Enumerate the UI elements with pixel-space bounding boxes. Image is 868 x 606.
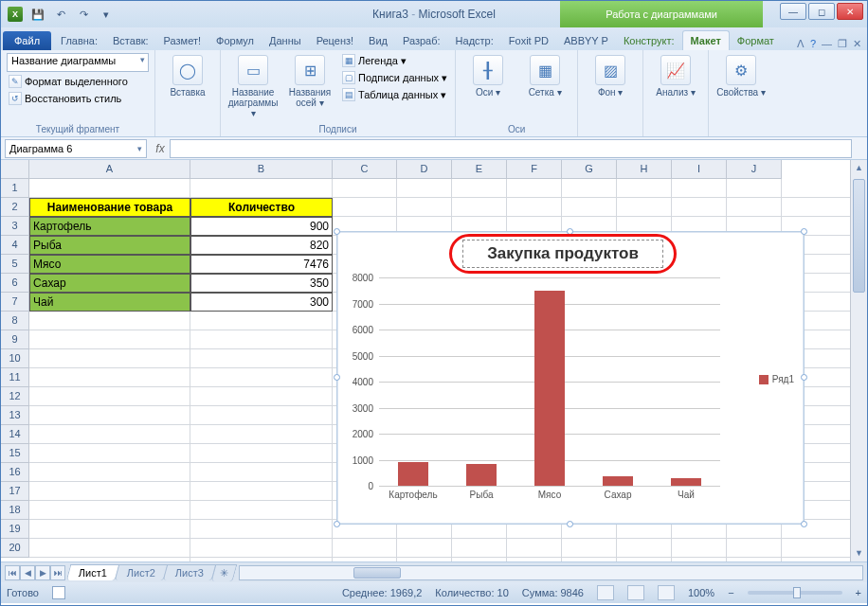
table-qty-cell[interactable]: 820 bbox=[190, 236, 333, 255]
chart-bar[interactable] bbox=[534, 291, 565, 486]
table-header-cell[interactable]: Количество bbox=[190, 198, 333, 217]
row-header[interactable]: 8 bbox=[1, 312, 29, 330]
tab-home[interactable]: Главна: bbox=[53, 31, 105, 50]
zoom-out-button[interactable]: − bbox=[728, 587, 733, 598]
zoom-level[interactable]: 100% bbox=[688, 587, 714, 598]
resize-handle[interactable] bbox=[334, 228, 340, 235]
table-name-cell[interactable]: Мясо bbox=[29, 255, 190, 274]
tab-addins[interactable]: Надстр: bbox=[448, 31, 501, 50]
vertical-scrollbar[interactable]: ▲ ▼ bbox=[850, 160, 867, 561]
sheet-tab-active[interactable]: Лист1 bbox=[66, 564, 120, 580]
minimize-button[interactable]: — bbox=[780, 3, 806, 20]
table-qty-cell[interactable]: 7476 bbox=[190, 255, 333, 274]
resize-handle[interactable] bbox=[334, 374, 340, 381]
row-header[interactable]: 19 bbox=[1, 520, 29, 539]
fx-icon[interactable]: fx bbox=[151, 142, 170, 155]
row-header[interactable]: 18 bbox=[1, 501, 29, 520]
tab-review[interactable]: Реценз! bbox=[309, 31, 361, 50]
macro-record-icon[interactable] bbox=[52, 586, 65, 599]
column-header[interactable]: G bbox=[562, 160, 617, 179]
view-page-break-icon[interactable] bbox=[658, 585, 675, 600]
chart-legend[interactable]: Ряд1 bbox=[759, 374, 794, 384]
scroll-up-icon[interactable]: ▲ bbox=[851, 160, 867, 176]
properties-button[interactable]: ⚙Свойства ▾ bbox=[714, 53, 768, 99]
resize-handle[interactable] bbox=[801, 521, 807, 527]
tab-insert[interactable]: Вставк: bbox=[105, 31, 156, 50]
table-qty-cell[interactable]: 900 bbox=[190, 217, 333, 236]
chart-bar[interactable] bbox=[603, 476, 633, 486]
resize-handle[interactable] bbox=[567, 228, 573, 235]
doc-minimize-icon[interactable]: — bbox=[822, 38, 832, 50]
row-header[interactable]: 7 bbox=[1, 293, 29, 312]
tab-nav-prev-icon[interactable]: ◀ bbox=[20, 565, 35, 580]
chart-bar[interactable] bbox=[466, 464, 497, 486]
chart-title-editbox[interactable]: Закупка продуктов bbox=[462, 240, 663, 268]
formula-input[interactable] bbox=[170, 139, 852, 158]
zoom-in-button[interactable]: + bbox=[856, 587, 861, 598]
horizontal-scrollbar[interactable] bbox=[239, 565, 863, 580]
column-header[interactable]: H bbox=[617, 160, 672, 179]
tab-chart-design[interactable]: Конструкт: bbox=[616, 31, 682, 50]
close-button[interactable]: ✕ bbox=[837, 3, 863, 20]
table-qty-cell[interactable]: 300 bbox=[190, 293, 333, 312]
row-header[interactable]: 17 bbox=[1, 482, 29, 501]
resize-handle[interactable] bbox=[334, 521, 340, 527]
embedded-chart[interactable]: Закупка продуктов 0100020003000400050006… bbox=[336, 231, 805, 525]
tab-chart-format[interactable]: Формат bbox=[730, 31, 782, 50]
excel-app-icon[interactable]: X bbox=[5, 4, 26, 25]
maximize-button[interactable]: ◻ bbox=[808, 3, 835, 20]
row-header[interactable]: 16 bbox=[1, 463, 29, 482]
chart-element-combo[interactable]: Название диаграммы bbox=[7, 53, 149, 72]
column-header[interactable]: F bbox=[507, 160, 562, 179]
tab-layout[interactable]: Размет! bbox=[156, 31, 208, 50]
row-header[interactable]: 4 bbox=[1, 236, 29, 255]
data-labels-button[interactable]: ▢Подписи данных ▾ bbox=[340, 70, 449, 85]
tab-chart-layout[interactable]: Макет bbox=[682, 30, 730, 50]
row-header[interactable]: 3 bbox=[1, 217, 29, 236]
row-header[interactable]: 14 bbox=[1, 425, 29, 444]
zoom-slider-thumb[interactable] bbox=[793, 587, 801, 598]
redo-icon[interactable]: ↷ bbox=[73, 4, 94, 25]
chart-bar[interactable] bbox=[398, 462, 428, 486]
axis-titles-button[interactable]: ⊞ Названия осей ▾ bbox=[283, 53, 336, 110]
save-icon[interactable]: 💾 bbox=[27, 4, 48, 25]
zoom-slider[interactable] bbox=[748, 591, 842, 595]
tab-abbyy[interactable]: ABBYY P bbox=[556, 31, 616, 50]
tab-data[interactable]: Данны bbox=[262, 31, 309, 50]
row-header[interactable]: 11 bbox=[1, 368, 29, 387]
sheet-tab[interactable]: Лист3 bbox=[163, 564, 217, 580]
resize-handle[interactable] bbox=[567, 521, 573, 527]
column-header[interactable]: I bbox=[672, 160, 727, 179]
doc-restore-icon[interactable]: ❐ bbox=[838, 38, 847, 50]
table-name-cell[interactable]: Рыба bbox=[29, 236, 190, 255]
tab-nav-next-icon[interactable]: ▶ bbox=[35, 565, 50, 580]
new-sheet-button[interactable]: ✳ bbox=[211, 564, 238, 581]
tab-developer[interactable]: Разраб: bbox=[395, 31, 448, 50]
column-header[interactable]: B bbox=[190, 160, 333, 179]
file-tab[interactable]: Файл bbox=[3, 31, 51, 50]
axes-button[interactable]: ╂Оси ▾ bbox=[461, 53, 515, 99]
sheet-tab[interactable]: Лист2 bbox=[115, 564, 169, 580]
insert-shapes-button[interactable]: ◯ Вставка bbox=[161, 53, 214, 99]
tab-foxit[interactable]: Foxit PD bbox=[501, 31, 556, 50]
view-normal-icon[interactable] bbox=[597, 585, 614, 600]
column-header[interactable]: A bbox=[29, 160, 190, 179]
background-button[interactable]: ▨Фон ▾ bbox=[584, 53, 637, 99]
undo-icon[interactable]: ↶ bbox=[50, 4, 71, 25]
tab-nav-last-icon[interactable]: ⏭ bbox=[50, 565, 65, 580]
doc-close-icon[interactable]: ✕ bbox=[853, 38, 861, 50]
row-header[interactable]: 13 bbox=[1, 406, 29, 425]
column-header[interactable]: D bbox=[397, 160, 452, 179]
row-header[interactable]: 15 bbox=[1, 444, 29, 463]
column-header[interactable]: J bbox=[727, 160, 782, 179]
reset-style-button[interactable]: ↺Восстановить стиль bbox=[7, 91, 149, 106]
help-icon[interactable]: ? bbox=[810, 38, 816, 50]
view-page-layout-icon[interactable] bbox=[627, 585, 644, 600]
scroll-thumb[interactable] bbox=[353, 567, 401, 579]
select-all-corner[interactable] bbox=[1, 160, 29, 179]
row-header[interactable]: 6 bbox=[1, 274, 29, 293]
resize-handle[interactable] bbox=[801, 228, 807, 235]
tab-view[interactable]: Вид bbox=[361, 31, 395, 50]
plot-area[interactable]: 010002000300040005000600070008000Картофе… bbox=[379, 277, 720, 486]
chart-title-button[interactable]: ▭ Название диаграммы ▾ bbox=[226, 53, 280, 120]
